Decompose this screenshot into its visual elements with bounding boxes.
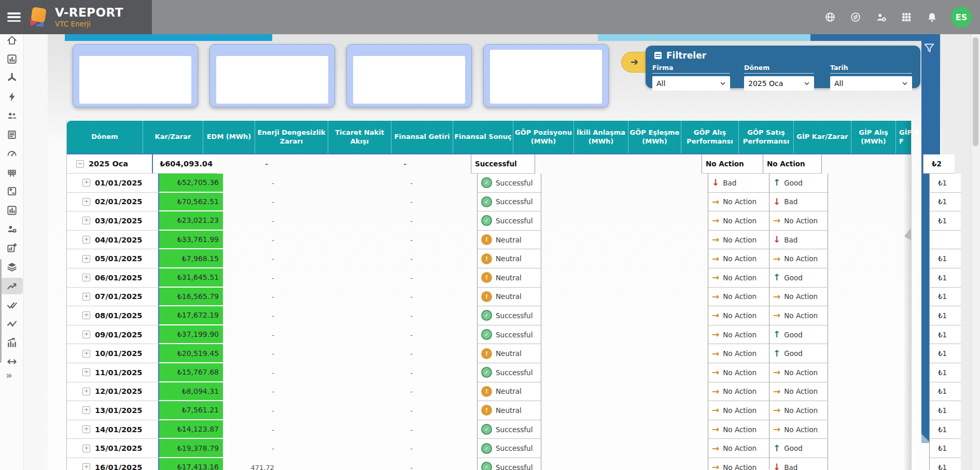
gip-clipped-cell[interactable]: ₺1 [929,249,961,268]
period-cell[interactable]: +16/01/2025 [67,458,159,470]
status-cell[interactable]: ↓Bad [769,193,828,212]
sidebar-item-line-chart[interactable] [1,316,23,332]
sidebar-scrollbar[interactable] [0,259,2,363]
gip-clipped-cell[interactable]: ₺1 [929,288,961,307]
kar-zarar-cell[interactable]: ₺52,705.36 [159,174,223,193]
ticaret-nakit-cell[interactable]: - [350,401,416,420]
transfer-icon[interactable] [849,11,862,23]
sidebar-item-double-check[interactable] [1,296,23,313]
status-cell[interactable]: →No Action [769,288,828,307]
status-cell[interactable]: !Neutral [477,401,541,420]
gip-clipped-cell[interactable]: ₺1 [929,458,961,470]
gip-clipped-cell[interactable]: ₺1 [929,401,961,420]
expand-toggle-icon[interactable]: + [82,179,90,187]
period-cell[interactable]: −2025 Oca [67,154,153,174]
ticaret-nakit-cell[interactable]: - [350,249,416,268]
kpi-card[interactable] [346,44,472,107]
status-cell[interactable]: →No Action [708,231,769,250]
sidebar-item-layers[interactable] [1,259,23,275]
gip-clipped-cell[interactable] [929,231,961,250]
column-header[interactable]: Dönem [67,121,143,153]
ticaret-nakit-cell[interactable]: - [350,325,416,345]
status-cell[interactable]: ↓Bad [769,458,828,470]
vertical-scrollbar[interactable] [971,34,980,470]
expand-toggle-icon[interactable]: + [82,198,90,206]
edm-cell[interactable]: - [223,325,277,345]
kar-zarar-cell[interactable]: ₺19,378.79 [159,439,223,458]
column-header[interactable]: Ticaret Nakit Akışı [328,121,391,153]
user-avatar[interactable]: ES [951,7,972,27]
ticaret-nakit-cell[interactable]: - [350,268,416,288]
expand-toggle-icon[interactable]: + [82,311,90,319]
edm-cell[interactable]: - [223,249,277,268]
sidebar-item-solar-panel[interactable] [1,164,23,181]
status-cell[interactable]: →No Action [708,306,769,325]
edm-cell[interactable]: - [223,211,277,231]
gip-clipped-cell[interactable]: ₺1 [929,306,961,325]
period-cell[interactable]: +15/01/2025 [67,439,159,458]
status-cell[interactable]: →No Action [769,249,828,268]
ticaret-nakit-cell[interactable]: - [350,439,416,458]
gip-clipped-cell[interactable]: ₺1 [929,174,961,193]
status-cell[interactable]: ↓Bad [708,174,769,193]
kpi-card[interactable] [209,44,335,107]
status-cell[interactable]: ↑Good [769,325,828,345]
status-cell[interactable]: →No Action [708,420,769,439]
column-header[interactable]: GİP A F [896,121,922,153]
status-cell[interactable]: ✓Successful [477,439,541,458]
column-header[interactable]: GÖP Eşleşme (MWh) [628,121,681,153]
column-header[interactable]: GİP Alış (MWh) [851,121,896,153]
edm-cell[interactable]: - [223,401,277,420]
column-header[interactable]: İkili Anlaşma (MWh) [574,121,628,153]
expand-toggle-icon[interactable]: + [82,388,90,395]
hamburger-menu-icon[interactable] [7,12,21,22]
status-cell[interactable]: →No Action [708,458,769,470]
firma-dropdown[interactable]: All [652,76,730,91]
status-cell[interactable]: →No Action [708,249,769,268]
edm-cell[interactable]: - [217,154,271,174]
sidebar-item-user-gear[interactable] [1,221,23,237]
period-cell[interactable]: +06/01/2025 [67,268,159,288]
gip-clipped-cell[interactable]: ₺1 [929,439,961,458]
period-cell[interactable]: +03/01/2025 [67,211,159,231]
status-cell[interactable]: →No Action [769,306,828,325]
expand-toggle-icon[interactable]: + [82,255,90,263]
kar-zarar-cell[interactable]: ₺8,094.31 [159,382,223,402]
sidebar-expand-chevrons[interactable]: » [6,369,12,381]
filter-panel-toggle-button[interactable] [621,52,648,73]
kar-zarar-cell[interactable]: ₺14,123.87 [159,420,223,439]
sidebar-item-customers[interactable] [1,107,23,124]
edm-cell[interactable]: - [223,363,277,382]
kar-zarar-cell[interactable]: ₺7,968.15 [159,249,223,268]
column-header[interactable]: Finansal Getiri [391,121,453,153]
ticaret-nakit-cell[interactable]: - [350,420,416,439]
notifications-bell-icon[interactable] [926,11,938,23]
status-cell[interactable]: →No Action [708,211,769,231]
expand-toggle-icon[interactable]: + [82,331,90,338]
status-cell[interactable]: !Neutral [477,288,541,307]
status-cell[interactable]: →No Action [708,268,769,288]
edm-cell[interactable]: - [223,382,277,402]
sidebar-item-calculator[interactable] [1,183,23,200]
kpi-card[interactable] [73,44,198,107]
ticaret-nakit-cell[interactable]: - [350,363,416,382]
sidebar-item-column-chart[interactable] [1,202,23,219]
kar-zarar-cell[interactable]: ₺15,767.68 [159,363,223,382]
sidebar-item-bar-chart[interactable] [1,51,23,67]
ticaret-nakit-cell[interactable]: - [350,193,416,212]
sidebar-item-home[interactable] [1,32,23,49]
gip-clipped-cell[interactable]: ₺1 [929,211,961,231]
sidebar-item-wind-turbine[interactable] [1,69,23,86]
gip-clipped-cell[interactable]: ₺2 [923,154,955,174]
gip-clipped-cell[interactable]: ₺1 [929,325,961,345]
status-cell[interactable]: →No Action [769,401,828,420]
status-cell[interactable]: →No Action [708,401,769,420]
period-cell[interactable]: +09/01/2025 [67,325,159,345]
ticaret-nakit-cell[interactable]: - [350,174,416,193]
status-cell[interactable]: ↑Good [769,268,828,288]
expand-toggle-icon[interactable]: + [82,406,90,414]
status-cell[interactable]: →No Action [769,363,828,382]
status-cell[interactable]: ↑Good [769,344,828,363]
expand-toggle-icon[interactable]: + [82,445,90,452]
kar-zarar-cell[interactable]: ₺17,672.19 [159,306,223,325]
